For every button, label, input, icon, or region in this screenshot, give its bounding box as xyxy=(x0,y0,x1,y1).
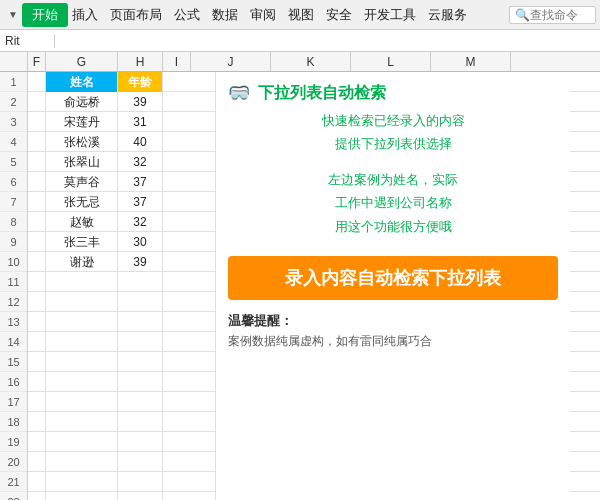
toolbar: ▼ 开始 插入 页面布局 公式 数据 审阅 视图 安全 开发工具 云服务 🔍 xyxy=(0,0,600,30)
toolbar-arrow[interactable]: ▼ xyxy=(4,4,22,26)
empty-cell[interactable] xyxy=(46,432,118,452)
empty-cell[interactable] xyxy=(118,492,163,500)
formula-bar: Rit xyxy=(0,30,600,52)
cell-age[interactable]: 32 xyxy=(118,152,163,172)
row-number-6: 6 xyxy=(0,172,27,192)
cell-empty xyxy=(28,132,46,152)
empty-cell[interactable] xyxy=(118,472,163,492)
menu-pagelayout[interactable]: 页面布局 xyxy=(110,6,162,24)
empty-cell[interactable] xyxy=(118,412,163,432)
row-number-10: 10 xyxy=(0,252,27,272)
empty-cell[interactable] xyxy=(46,392,118,412)
row-number-21: 21 xyxy=(0,472,27,492)
cell-age[interactable]: 39 xyxy=(118,92,163,112)
cell-age[interactable]: 31 xyxy=(118,112,163,132)
menu-view[interactable]: 视图 xyxy=(288,6,314,24)
col-header-j[interactable]: J xyxy=(191,52,271,71)
cell-empty xyxy=(28,192,46,212)
empty-cell xyxy=(28,412,46,432)
empty-cell[interactable] xyxy=(46,452,118,472)
menu-insert[interactable]: 插入 xyxy=(72,6,98,24)
empty-cell[interactable] xyxy=(118,372,163,392)
info-title-row: 🥽 下拉列表自动检索 xyxy=(228,82,558,104)
col-header-g[interactable]: G xyxy=(46,52,118,71)
empty-cell[interactable] xyxy=(118,312,163,332)
row-number-13: 13 xyxy=(0,312,27,332)
empty-cell[interactable] xyxy=(46,272,118,292)
search-area[interactable]: 🔍 xyxy=(509,6,596,24)
cell-name[interactable]: 张翠山 xyxy=(46,152,118,172)
row-number-17: 17 xyxy=(0,392,27,412)
cell-name[interactable]: 赵敏 xyxy=(46,212,118,232)
row-number-1: 1 xyxy=(0,72,27,92)
empty-cell[interactable] xyxy=(118,432,163,452)
empty-cell[interactable] xyxy=(46,472,118,492)
row-number-3: 3 xyxy=(0,112,27,132)
cell-name[interactable]: 宋莲丹 xyxy=(46,112,118,132)
cell-age[interactable]: 37 xyxy=(118,172,163,192)
empty-cell[interactable] xyxy=(46,332,118,352)
cell-age[interactable]: 37 xyxy=(118,192,163,212)
col-header-i[interactable]: I xyxy=(163,52,191,71)
cell-name[interactable]: 俞远桥 xyxy=(46,92,118,112)
row-number-2: 2 xyxy=(0,92,27,112)
cell-name[interactable]: 谢逊 xyxy=(46,252,118,272)
cell-empty xyxy=(28,152,46,172)
empty-cell[interactable] xyxy=(46,492,118,500)
cell-name[interactable]: 张松溪 xyxy=(46,132,118,152)
empty-cell[interactable] xyxy=(46,372,118,392)
cell-name-header[interactable]: 姓名 xyxy=(46,72,118,92)
cell-age-header[interactable]: 年龄 xyxy=(118,72,163,92)
menu-devtools[interactable]: 开发工具 xyxy=(364,6,416,24)
cell-empty xyxy=(28,172,46,192)
auto-search-button[interactable]: 录入内容自动检索下拉列表 xyxy=(228,256,558,300)
cell-name[interactable]: 张无忌 xyxy=(46,192,118,212)
col-header-f[interactable]: F xyxy=(28,52,46,71)
desc-line3: 用这个功能很方便哦 xyxy=(228,215,558,238)
row-number-14: 14 xyxy=(0,332,27,352)
menu-review[interactable]: 审阅 xyxy=(250,6,276,24)
cell-name[interactable]: 莫声谷 xyxy=(46,172,118,192)
cell-empty xyxy=(28,232,46,252)
empty-cell xyxy=(28,292,46,312)
cell-age[interactable]: 40 xyxy=(118,132,163,152)
info-subtitle: 快速检索已经录入的内容 提供下拉列表供选择 xyxy=(228,109,558,156)
col-header-h[interactable]: H xyxy=(118,52,163,71)
empty-cell xyxy=(28,352,46,372)
menu-data[interactable]: 数据 xyxy=(212,6,238,24)
row-number-15: 15 xyxy=(0,352,27,372)
row-number-12: 12 xyxy=(0,292,27,312)
info-panel: 🥽 下拉列表自动检索 快速检索已经录入的内容 提供下拉列表供选择 左边案例为姓名… xyxy=(215,72,570,500)
cell-reference[interactable]: Rit xyxy=(0,34,55,48)
empty-cell xyxy=(28,432,46,452)
cell-age[interactable]: 30 xyxy=(118,232,163,252)
start-tab[interactable]: 开始 xyxy=(22,3,68,27)
col-header-k[interactable]: K xyxy=(271,52,351,71)
empty-cell xyxy=(28,472,46,492)
empty-cell[interactable] xyxy=(118,392,163,412)
col-header-l[interactable]: L xyxy=(351,52,431,71)
col-header-m[interactable]: M xyxy=(431,52,511,71)
empty-cell[interactable] xyxy=(118,292,163,312)
cell-age[interactable]: 39 xyxy=(118,252,163,272)
empty-cell[interactable] xyxy=(118,332,163,352)
menu-formula[interactable]: 公式 xyxy=(174,6,200,24)
empty-cell xyxy=(28,372,46,392)
search-input[interactable] xyxy=(530,8,590,22)
menu-security[interactable]: 安全 xyxy=(326,6,352,24)
empty-cell[interactable] xyxy=(118,272,163,292)
cell-name[interactable]: 张三丰 xyxy=(46,232,118,252)
cell-empty xyxy=(28,252,46,272)
empty-cell[interactable] xyxy=(46,292,118,312)
empty-cell[interactable] xyxy=(118,352,163,372)
info-desc: 左边案例为姓名，实际 工作中遇到公司名称 用这个功能很方便哦 xyxy=(228,168,558,238)
cell-age[interactable]: 32 xyxy=(118,212,163,232)
menu-cloud[interactable]: 云服务 xyxy=(428,6,467,24)
empty-cell[interactable] xyxy=(46,312,118,332)
empty-cell[interactable] xyxy=(118,452,163,472)
empty-cell xyxy=(28,312,46,332)
empty-cell[interactable] xyxy=(46,352,118,372)
reminder-text: 案例数据纯属虚构，如有雷同纯属巧合 xyxy=(228,333,558,350)
empty-cell[interactable] xyxy=(46,412,118,432)
row-number-5: 5 xyxy=(0,152,27,172)
